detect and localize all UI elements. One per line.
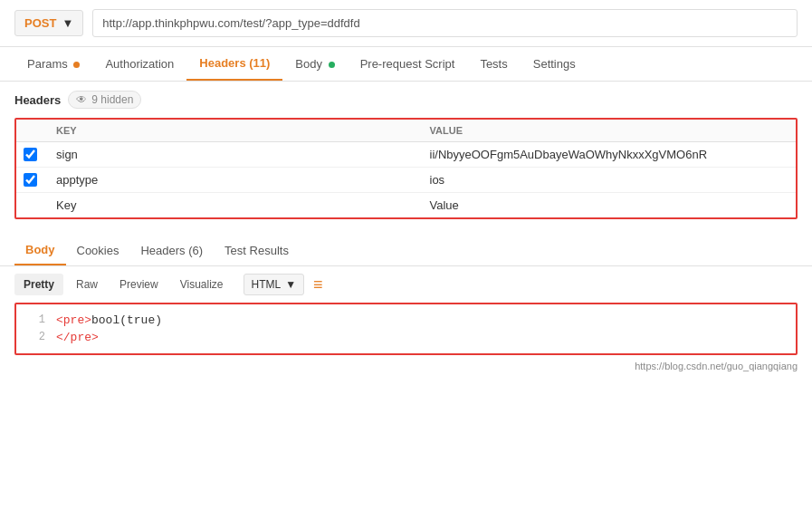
row2-checkbox[interactable]	[24, 173, 37, 187]
tab-settings[interactable]: Settings	[521, 48, 588, 80]
tag-pre-open: <pre>	[56, 313, 91, 327]
code-content-2: </pre>	[56, 331, 99, 344]
row2-check[interactable]	[16, 173, 49, 187]
tab-params[interactable]: Params	[14, 48, 92, 80]
request-tabs: Params Authorization Headers (11) Body P…	[0, 47, 812, 82]
headers-title-row: Headers 👁 9 hidden	[14, 91, 798, 109]
params-dot	[73, 62, 80, 68]
headers-title: Headers	[14, 93, 61, 107]
empty-value[interactable]: Value	[423, 198, 797, 212]
code-content-1: <pre>bool(true)	[56, 313, 162, 327]
table-row: sign ii/NbyyeOOFgm5AuDbayeWaOWhyNkxxXgVM…	[16, 142, 796, 168]
hidden-badge[interactable]: 👁 9 hidden	[68, 91, 141, 109]
empty-row: Key Value	[16, 193, 796, 217]
headers-table: KEY VALUE sign ii/NbyyeOOFgm5AuDbayeWaOW…	[14, 118, 798, 219]
format-btn-preview[interactable]: Preview	[110, 274, 167, 295]
tag-pre-close: </pre>	[56, 331, 99, 344]
url-input[interactable]	[92, 9, 798, 37]
tab-authorization[interactable]: Authorization	[92, 48, 186, 80]
value-col-header: VALUE	[423, 125, 797, 136]
tab-headers[interactable]: Headers (11)	[186, 47, 282, 81]
row1-key[interactable]: sign	[49, 148, 423, 161]
check-col-header	[16, 125, 49, 136]
code-container: 1 <pre>bool(true) 2 </pre>	[14, 303, 798, 355]
row1-value[interactable]: ii/NbyyeOOFgm5AuDbayeWaOWhyNkxxXgVMO6nR	[423, 148, 797, 161]
tab-pre-request-script[interactable]: Pre-request Script	[348, 48, 468, 80]
format-select-label: HTML	[252, 278, 282, 291]
response-toolbar: Pretty Raw Preview Visualize HTML ▼ ≡	[0, 266, 812, 303]
empty-key[interactable]: Key	[49, 198, 423, 212]
line-num-2: 2	[24, 331, 45, 344]
table-header: KEY VALUE	[16, 120, 796, 142]
method-label: POST	[24, 16, 56, 30]
row2-value[interactable]: ios	[423, 173, 797, 187]
method-dropdown-icon: ▼	[62, 16, 73, 30]
response-tabs: Body Cookies Headers (6) Test Results	[0, 236, 812, 266]
format-select[interactable]: HTML ▼	[244, 274, 305, 295]
code-bool: bool(true)	[91, 313, 162, 327]
headers-section: Headers 👁 9 hidden	[0, 82, 812, 109]
row1-check[interactable]	[16, 148, 49, 161]
format-btn-raw[interactable]: Raw	[67, 274, 107, 295]
wrap-button[interactable]: ≡	[313, 275, 323, 294]
row2-key[interactable]: apptype	[49, 173, 423, 187]
format-btn-visualize[interactable]: Visualize	[171, 274, 233, 295]
code-line-2: 2 </pre>	[16, 329, 796, 346]
url-bar: POST ▼	[0, 0, 812, 47]
resp-tab-body[interactable]: Body	[14, 236, 66, 265]
row1-checkbox[interactable]	[24, 148, 37, 161]
table-row: apptype ios	[16, 168, 796, 193]
response-section: Body Cookies Headers (6) Test Results Pr…	[0, 236, 812, 355]
line-num-1: 1	[24, 313, 45, 327]
resp-tab-headers[interactable]: Headers (6)	[129, 236, 214, 265]
resp-tab-cookies[interactable]: Cookies	[66, 236, 130, 265]
tab-body[interactable]: Body	[282, 48, 347, 80]
hidden-count: 9 hidden	[91, 93, 133, 106]
key-col-header: KEY	[49, 125, 423, 136]
code-line-1: 1 <pre>bool(true)	[16, 312, 796, 329]
method-dropdown[interactable]: POST ▼	[14, 10, 83, 36]
format-select-arrow: ▼	[285, 278, 296, 291]
footer: https://blog.csdn.net/guo_qiangqiang	[0, 355, 812, 377]
format-btn-pretty[interactable]: Pretty	[14, 274, 63, 295]
footer-link: https://blog.csdn.net/guo_qiangqiang	[635, 361, 798, 371]
body-dot	[329, 62, 335, 68]
tab-tests[interactable]: Tests	[467, 48, 520, 80]
resp-tab-test-results[interactable]: Test Results	[214, 236, 300, 265]
eye-icon: 👁	[76, 93, 87, 106]
